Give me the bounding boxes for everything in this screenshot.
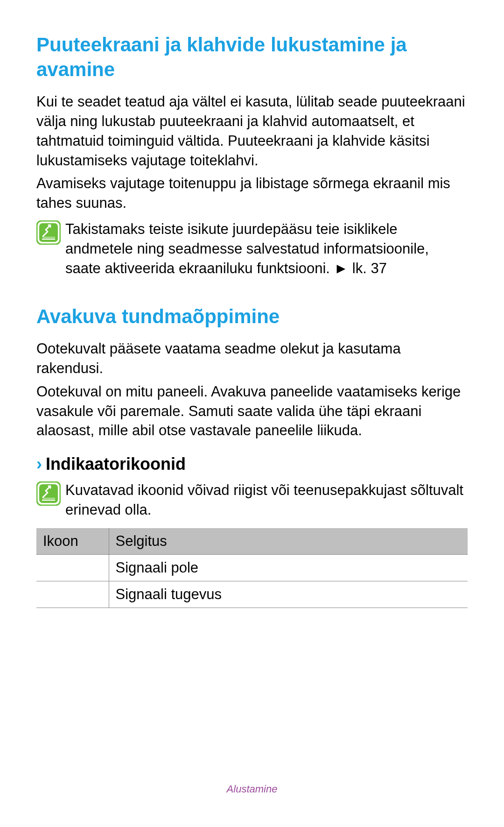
section-heading-home: Avakuva tundmaõppimine [36, 304, 468, 329]
document-page: Puuteekraani ja klahvide lukustamine ja … [0, 0, 504, 608]
table-header-desc: Selgitus [109, 528, 468, 555]
table-row: Signaali tugevus [36, 581, 468, 608]
table-header-row: Ikoon Selgitus [36, 528, 468, 555]
note-text-indicators: Kuvatavad ikoonid võivad riigist või tee… [65, 481, 468, 520]
note-text-lock: Takistamaks teiste isikute juurdepääsu t… [65, 219, 468, 278]
table-cell-icon [36, 581, 109, 608]
subheading-row: › Indikaatorikoonid [36, 454, 468, 474]
note-block-lock: Takistamaks teiste isikute juurdepääsu t… [36, 219, 468, 278]
paragraph-home-1: Ootekuvalt pääsete vaatama seadme olekut… [36, 339, 468, 378]
paragraph-home-2: Ootekuval on mitu paneeli. Avakuva panee… [36, 382, 468, 441]
table-cell-desc: Signaali tugevus [109, 581, 468, 608]
table-cell-desc: Signaali pole [109, 555, 468, 581]
section-heading-lock: Puuteekraani ja klahvide lukustamine ja … [36, 33, 468, 82]
note-block-indicators: Kuvatavad ikoonid võivad riigist või tee… [36, 481, 468, 520]
subheading-indicators: Indikaatorikoonid [46, 454, 186, 474]
table-cell-icon [36, 555, 109, 581]
table-row: Signaali pole [36, 555, 468, 581]
note-icon [36, 220, 61, 245]
paragraph-lock-2: Avamiseks vajutage toitenuppu ja libista… [36, 174, 468, 213]
table-header-icon: Ikoon [36, 528, 109, 555]
paragraph-lock-1: Kui te seadet teatud aja vältel ei kasut… [36, 92, 468, 170]
indicator-table: Ikoon Selgitus Signaali pole Signaali tu… [36, 528, 468, 608]
chevron-right-icon: › [36, 454, 42, 474]
page-footer: Alustamine [0, 783, 504, 795]
note-icon [36, 481, 61, 506]
